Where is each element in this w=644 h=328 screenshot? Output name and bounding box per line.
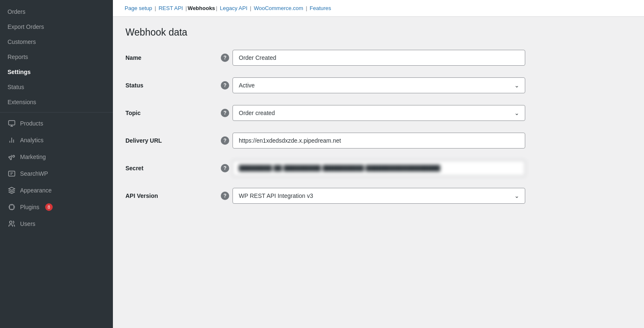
status-select-wrapper: Active Disabled Paused ⌄ [233, 77, 525, 93]
sidebar-item-appearance[interactable]: Appearance [0, 182, 113, 199]
status-help-icon[interactable]: ? [221, 81, 229, 90]
sep-5: | [306, 5, 307, 11]
name-label: Name [125, 54, 217, 61]
form-row-secret: Secret ? [125, 160, 631, 176]
sidebar-item-plugins[interactable]: Plugins 8 [0, 199, 113, 215]
api-version-select[interactable]: WP REST API Integration v3 WP REST API I… [233, 188, 525, 204]
sidebar-item-products[interactable]: Products [0, 115, 113, 132]
topic-control: Order created Order updated Order delete… [233, 105, 525, 121]
topic-select[interactable]: Order created Order updated Order delete… [233, 105, 525, 121]
secret-input[interactable] [233, 160, 525, 176]
plugins-icon [8, 203, 16, 211]
settings-label: Settings [8, 69, 31, 75]
plugins-badge: 8 [45, 203, 53, 211]
api-version-control: WP REST API Integration v3 WP REST API I… [233, 188, 525, 204]
name-help: ? [217, 54, 233, 62]
appearance-label: Appearance [20, 187, 52, 194]
appearance-icon [8, 186, 16, 195]
form-row-delivery-url: Delivery URL ? [125, 133, 631, 149]
analytics-label: Analytics [20, 137, 43, 144]
main-content: Page setup | REST API | Webhooks | Legac… [113, 0, 644, 328]
sidebar-item-analytics[interactable]: Analytics [0, 132, 113, 149]
delivery-url-help-icon[interactable]: ? [221, 136, 229, 145]
nav-webhooks: Webhooks [188, 5, 215, 11]
nav-woocommerce-com[interactable]: WooCommerce.com [254, 5, 303, 11]
form-row-status: Status ? Active Disabled Paused ⌄ [125, 77, 631, 93]
marketing-label: Marketing [20, 154, 46, 160]
name-input[interactable] [233, 50, 525, 66]
api-version-label: API Version [125, 192, 217, 199]
customers-label: Customers [8, 38, 36, 45]
products-icon [8, 119, 16, 128]
sidebar-item-export-orders[interactable]: Export Orders [0, 19, 113, 34]
marketing-icon [8, 153, 16, 161]
nav-features[interactable]: Features [310, 5, 331, 11]
form-row-name: Name ? [125, 50, 631, 66]
sidebar-item-orders[interactable]: Orders [0, 4, 113, 19]
nav-page-setup[interactable]: Page setup [125, 5, 152, 11]
sidebar-divider-1 [0, 112, 113, 113]
sep-2: | [185, 5, 187, 11]
form-row-api-version: API Version ? WP REST API Integration v3… [125, 188, 631, 204]
searchwp-icon [8, 169, 16, 178]
delivery-url-input[interactable] [233, 133, 525, 149]
export-orders-label: Export Orders [8, 23, 44, 30]
svg-rect-1 [9, 171, 15, 176]
sidebar-item-status[interactable]: Status [0, 79, 113, 95]
orders-label: Orders [8, 8, 26, 15]
analytics-icon [8, 136, 16, 144]
secret-help: ? [217, 164, 233, 172]
status-label: Status [8, 84, 24, 90]
plugins-label: Plugins [20, 204, 39, 210]
api-version-select-wrapper: WP REST API Integration v3 WP REST API I… [233, 188, 525, 204]
secret-help-icon[interactable]: ? [221, 164, 229, 172]
status-control: Active Disabled Paused ⌄ [233, 77, 525, 93]
users-label: Users [20, 220, 36, 227]
sidebar-item-users[interactable]: Users [0, 215, 113, 232]
sep-1: | [155, 5, 156, 11]
page-content-area: Webhook data Name ? Status ? Active Disa… [113, 17, 644, 226]
sidebar-item-reports[interactable]: Reports [0, 49, 113, 64]
secret-label: Secret [125, 165, 217, 172]
delivery-url-help: ? [217, 136, 233, 145]
nav-rest-api[interactable]: REST API [158, 5, 183, 11]
status-label: Status [125, 82, 217, 89]
sidebar-item-marketing[interactable]: Marketing [0, 149, 113, 165]
users-icon [8, 220, 16, 228]
name-control [233, 50, 525, 66]
page-title: Webhook data [125, 27, 631, 38]
sidebar-item-extensions[interactable]: Extensions [0, 95, 113, 110]
api-version-help-icon[interactable]: ? [221, 192, 229, 200]
sep-4: | [250, 5, 251, 11]
svg-rect-2 [10, 205, 14, 210]
svg-point-3 [10, 221, 12, 223]
sidebar: Orders Export Orders Customers Reports S… [0, 0, 113, 328]
sep-3: | [216, 5, 217, 11]
products-label: Products [20, 120, 43, 127]
svg-rect-0 [9, 120, 15, 125]
top-nav: Page setup | REST API | Webhooks | Legac… [113, 0, 644, 17]
nav-legacy-api[interactable]: Legacy API [220, 5, 248, 11]
topic-select-wrapper: Order created Order updated Order delete… [233, 105, 525, 121]
name-help-icon[interactable]: ? [221, 54, 229, 62]
reports-label: Reports [8, 54, 28, 60]
searchwp-label: SearchWP [20, 170, 48, 177]
topic-label: Topic [125, 110, 217, 116]
sidebar-item-customers[interactable]: Customers [0, 34, 113, 49]
topic-help-icon[interactable]: ? [221, 109, 229, 117]
delivery-url-control [233, 133, 525, 149]
form-row-topic: Topic ? Order created Order updated Orde… [125, 105, 631, 121]
topic-help: ? [217, 109, 233, 117]
status-select[interactable]: Active Disabled Paused [233, 77, 525, 93]
extensions-label: Extensions [8, 99, 36, 105]
delivery-url-label: Delivery URL [125, 137, 217, 144]
api-version-help: ? [217, 192, 233, 200]
status-help: ? [217, 81, 233, 90]
sidebar-item-settings[interactable]: Settings [0, 64, 113, 79]
secret-control [233, 160, 525, 176]
sidebar-item-searchwp[interactable]: SearchWP [0, 165, 113, 182]
